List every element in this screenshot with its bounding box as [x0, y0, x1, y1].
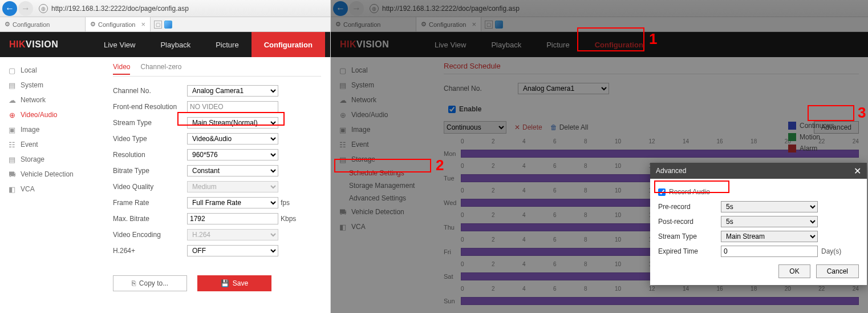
- select-post-record[interactable]: 5s: [721, 216, 818, 227]
- delete-button[interactable]: ✕Delete: [514, 123, 542, 131]
- sidebar-item-vca[interactable]: ◧VCA: [0, 182, 97, 196]
- select-resolution[interactable]: 960*576: [187, 149, 278, 160]
- new-tab-icon[interactable]: ▢: [485, 21, 493, 29]
- browser-tab-0[interactable]: ⚙Configuration: [0, 17, 86, 31]
- sidebar-item-network[interactable]: ☁Network: [0, 93, 97, 107]
- browser-tab-0[interactable]: ⚙Configuration: [331, 17, 416, 31]
- vca-icon: ◧: [339, 223, 347, 231]
- network-icon: ☁: [8, 96, 16, 104]
- sidebar-item-network[interactable]: ☁Network: [331, 93, 433, 107]
- subtab-video[interactable]: Video: [113, 63, 130, 75]
- tab-label: Configuration: [13, 21, 50, 28]
- label-h264p: H.264+: [113, 247, 187, 255]
- nav-playback[interactable]: Playback: [148, 32, 203, 57]
- annotation-2: 2: [436, 156, 444, 174]
- url-text[interactable]: http://192.168.1.32:2222/doc/page/config…: [381, 5, 866, 13]
- nav-picture[interactable]: Picture: [534, 32, 582, 57]
- subtab-channel-zero[interactable]: Channel-zero: [140, 63, 181, 75]
- gear-icon: ⚙: [335, 21, 341, 28]
- nav-live-view[interactable]: Live View: [422, 32, 478, 57]
- sidebar-item-vca[interactable]: ◧VCA: [331, 219, 433, 234]
- schedule-row-sun[interactable]: Sun: [444, 292, 859, 310]
- select-pre-record[interactable]: 5s: [721, 201, 818, 212]
- label-video-quality: Video Quality: [113, 183, 187, 191]
- save-button[interactable]: 💾Save: [197, 275, 271, 291]
- logo: HIKVISION: [0, 39, 91, 50]
- sidebar: ▢Local ▤System ☁Network ⊕Video/Audio ▣Im…: [0, 57, 97, 313]
- label-max-bitrate: Max. Bitrate: [113, 215, 187, 223]
- advanced-dialog: Advanced✕ Record Audio Pre-record5s Post…: [650, 163, 867, 285]
- sidebar-sub-mgmt[interactable]: Storage Management: [331, 179, 433, 192]
- new-tab-icon[interactable]: ▢: [154, 21, 162, 29]
- close-icon[interactable]: ✕: [854, 166, 861, 176]
- select-channel[interactable]: Analog Camera1: [187, 85, 278, 97]
- nav-picture[interactable]: Picture: [203, 32, 251, 57]
- select-frame-rate[interactable]: Full Frame Rate: [187, 197, 278, 208]
- ok-button[interactable]: OK: [778, 264, 810, 278]
- copy-to-button[interactable]: ⎘Copy to...: [113, 275, 187, 291]
- annotation-3: 3: [858, 104, 866, 122]
- image-icon: ▣: [339, 126, 347, 134]
- video-icon: ⊕: [8, 111, 16, 119]
- enable-checkbox[interactable]: [448, 106, 456, 113]
- record-audio-checkbox[interactable]: [658, 188, 666, 196]
- image-icon: ▣: [8, 126, 16, 134]
- system-icon: ▤: [339, 81, 347, 89]
- input-expired-time[interactable]: [721, 246, 818, 257]
- sidebar-item-storage[interactable]: ▤Storage: [0, 152, 97, 167]
- sidebar-item-system[interactable]: ▤System: [0, 78, 97, 93]
- sidebar-item-storage[interactable]: ▤Storage: [331, 152, 433, 167]
- annotation-1: 1: [649, 30, 657, 48]
- label-channel: Channel No.: [113, 87, 187, 95]
- select-h264p[interactable]: OFF: [187, 245, 278, 256]
- sidebar-item-image[interactable]: ▣Image: [331, 122, 433, 137]
- sidebar-item-vehicle[interactable]: ⛟Vehicle Detection: [331, 204, 433, 219]
- select-channel[interactable]: Analog Camera1: [518, 83, 609, 94]
- delete-all-button[interactable]: 🗑Delete All: [550, 123, 589, 131]
- sidebar-item-local[interactable]: ▢Local: [331, 63, 433, 78]
- tab-bar: ⚙Configuration ⚙Configuration× ▢: [0, 17, 330, 32]
- select-stream-type[interactable]: Main Stream(Normal): [187, 117, 278, 129]
- legend-swatch-alarm: [788, 145, 796, 153]
- top-nav: HIKVISION Live View Playback Picture Con…: [0, 32, 330, 57]
- ie-icon[interactable]: [495, 21, 503, 29]
- sidebar-item-system[interactable]: ▤System: [331, 78, 433, 93]
- back-button[interactable]: ←: [2, 1, 17, 16]
- sidebar-item-image[interactable]: ▣Image: [0, 122, 97, 137]
- nav-configuration[interactable]: Configuration: [252, 32, 325, 57]
- nav-live-view[interactable]: Live View: [91, 32, 148, 57]
- monitor-icon: ▢: [8, 66, 16, 74]
- sidebar-item-event[interactable]: ☷Event: [331, 137, 433, 152]
- section-title: Record Schedule: [444, 62, 859, 74]
- url-text[interactable]: http://192.168.1.32:2222/doc/page/config…: [50, 5, 328, 13]
- cancel-button[interactable]: Cancel: [816, 264, 859, 278]
- nav-playback[interactable]: Playback: [478, 32, 534, 57]
- x-icon: ✕: [514, 123, 520, 131]
- sidebar-sub-advanced[interactable]: Advanced Settings: [331, 192, 433, 204]
- sidebar-item-videoaudio[interactable]: ⊕Video/Audio: [331, 107, 433, 122]
- input-max-bitrate[interactable]: [187, 213, 278, 224]
- back-button[interactable]: ←: [333, 1, 348, 16]
- sidebar-sub-schedule[interactable]: Schedule Settings: [331, 167, 433, 179]
- select-video-type[interactable]: Video&Audio: [187, 133, 278, 145]
- close-icon[interactable]: ×: [141, 20, 145, 29]
- sidebar-item-videoaudio[interactable]: ⊕Video/Audio: [0, 107, 97, 122]
- select-schedule-mode[interactable]: Continuous: [444, 121, 506, 134]
- browser-tab-1[interactable]: ⚙Configuration×: [86, 17, 151, 31]
- label-video-type: Video Type: [113, 135, 187, 143]
- label-resolution: Resolution: [113, 151, 187, 159]
- sidebar-item-local[interactable]: ▢Local: [0, 63, 97, 78]
- legend-swatch-continuous: [788, 122, 796, 130]
- select-bitrate-type[interactable]: Constant: [187, 165, 278, 176]
- front-res-value: [187, 101, 278, 113]
- event-icon: ☷: [339, 141, 347, 149]
- nav-configuration[interactable]: Configuration: [582, 32, 656, 57]
- sidebar-item-vehicle[interactable]: ⛟Vehicle Detection: [0, 167, 97, 182]
- select-stream-type[interactable]: Main Stream: [721, 231, 818, 242]
- close-icon[interactable]: ×: [472, 20, 476, 29]
- browser-tab-1[interactable]: ⚙Configuration×: [416, 17, 481, 31]
- video-icon: ⊕: [339, 111, 347, 119]
- sidebar-item-event[interactable]: ☷Event: [0, 137, 97, 152]
- sidebar: ▢Local ▤System ☁Network ⊕Video/Audio ▣Im…: [331, 57, 433, 313]
- ie-icon[interactable]: [164, 21, 172, 29]
